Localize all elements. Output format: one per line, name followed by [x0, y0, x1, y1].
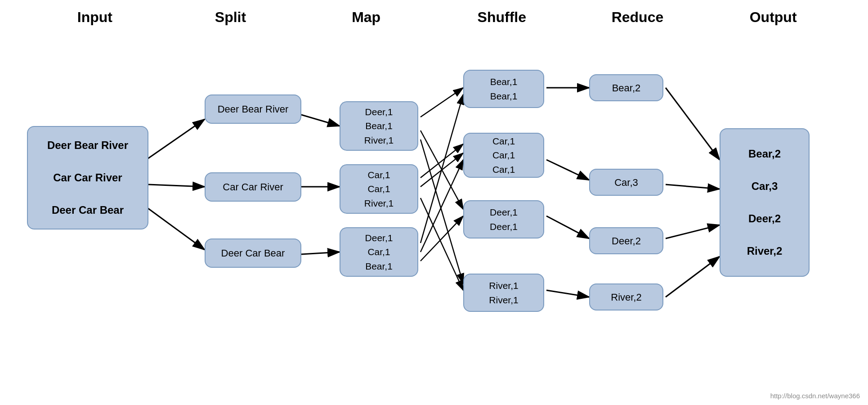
- label-output: Output: [733, 9, 814, 26]
- node-shuffle2: Car,1Car,1Car,1: [463, 133, 544, 178]
- node-reduce1: Bear,2: [589, 74, 663, 101]
- svg-line-13: [421, 94, 463, 243]
- node-split3: Deer Car Bear: [205, 238, 301, 268]
- svg-line-7: [421, 88, 463, 117]
- svg-line-21: [666, 184, 720, 189]
- node-output: Bear,2Car,3Deer,2River,2: [720, 128, 810, 277]
- node-map3: Deer,1Car,1Bear,1: [340, 227, 418, 277]
- svg-line-18: [546, 216, 589, 238]
- node-reduce2: Car,3: [589, 169, 663, 196]
- svg-line-17: [546, 160, 589, 180]
- svg-line-2: [148, 184, 205, 187]
- label-shuffle: Shuffle: [461, 9, 542, 26]
- svg-line-6: [301, 252, 340, 254]
- stage-labels: Input Split Map Shuffle Reduce Output: [0, 9, 868, 26]
- svg-line-9: [421, 140, 463, 284]
- diagram: Input Split Map Shuffle Reduce Output: [0, 0, 868, 405]
- label-input: Input: [54, 9, 135, 26]
- svg-line-11: [421, 153, 463, 187]
- node-map1: Deer,1Bear,1River,1: [340, 101, 418, 151]
- node-split1: Deer Bear River: [205, 94, 301, 124]
- node-shuffle3: Deer,1Deer,1: [463, 200, 544, 238]
- svg-line-15: [421, 216, 463, 261]
- watermark: http://blog.csdn.net/wayne366: [770, 392, 860, 400]
- label-reduce: Reduce: [597, 9, 678, 26]
- svg-line-20: [666, 88, 720, 160]
- svg-line-23: [666, 256, 720, 297]
- svg-line-1: [146, 119, 205, 160]
- node-reduce4: River,2: [589, 284, 663, 310]
- svg-line-19: [546, 290, 589, 297]
- node-input: Deer Bear RiverCar Car RiverDeer Car Bea…: [27, 126, 148, 230]
- svg-line-4: [301, 115, 340, 126]
- svg-line-22: [666, 225, 720, 238]
- node-shuffle1: Bear,1Bear,1: [463, 70, 544, 108]
- node-shuffle4: River,1River,1: [463, 274, 544, 312]
- node-map2: Car,1Car,1River,1: [340, 164, 418, 214]
- svg-line-14: [421, 160, 463, 252]
- svg-line-3: [146, 207, 205, 250]
- svg-line-12: [421, 198, 463, 290]
- svg-line-10: [421, 144, 463, 178]
- node-split2: Car Car River: [205, 172, 301, 202]
- node-reduce3: Deer,2: [589, 227, 663, 254]
- svg-line-8: [421, 130, 463, 209]
- label-map: Map: [326, 9, 407, 26]
- label-split: Split: [190, 9, 271, 26]
